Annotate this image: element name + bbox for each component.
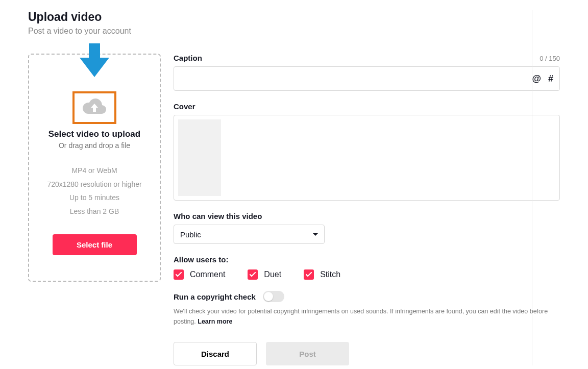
select-file-button[interactable]: Select file bbox=[53, 234, 137, 255]
hashtag-icon[interactable]: # bbox=[548, 73, 553, 84]
spec-line: Less than 2 GB bbox=[37, 205, 152, 218]
annotation-highlight-box bbox=[72, 91, 116, 124]
privacy-label: Who can view this video bbox=[174, 212, 262, 220]
cloud-upload-icon bbox=[82, 110, 107, 118]
spec-line: MP4 or WebM bbox=[37, 164, 152, 178]
copyright-label: Run a copyright check bbox=[174, 292, 256, 301]
post-button[interactable]: Post bbox=[266, 342, 349, 365]
toggle-knob bbox=[264, 292, 273, 301]
upload-subtitle: Or drag and drop a file bbox=[37, 141, 152, 150]
check-icon bbox=[248, 269, 258, 280]
copyright-toggle[interactable] bbox=[263, 291, 284, 302]
divider bbox=[532, 10, 532, 365]
checkbox-stitch[interactable]: Stitch bbox=[304, 269, 340, 280]
cover-label: Cover bbox=[174, 102, 195, 111]
spec-line: Up to 5 minutes bbox=[37, 191, 152, 205]
allow-label: Allow users to: bbox=[174, 255, 229, 264]
page-title: Upload video bbox=[28, 10, 560, 24]
caption-counter: 0 / 150 bbox=[540, 55, 560, 62]
checkbox-label: Duet bbox=[264, 270, 281, 279]
check-icon bbox=[174, 269, 184, 280]
upload-dropzone[interactable]: Select video to upload Or drag and drop … bbox=[28, 54, 161, 282]
mention-icon[interactable]: @ bbox=[532, 73, 541, 84]
learn-more-link[interactable]: Learn more bbox=[198, 318, 232, 325]
cover-thumbnail[interactable] bbox=[178, 119, 221, 196]
spec-line: 720x1280 resolution or higher bbox=[37, 178, 152, 191]
checkbox-duet[interactable]: Duet bbox=[248, 269, 281, 280]
privacy-select[interactable]: Public bbox=[174, 225, 325, 244]
upload-specs: MP4 or WebM 720x1280 resolution or highe… bbox=[37, 164, 152, 218]
discard-button[interactable]: Discard bbox=[174, 342, 257, 365]
page-subtitle: Post a video to your account bbox=[28, 27, 560, 36]
caption-label: Caption bbox=[174, 54, 202, 62]
annotation-arrow-icon bbox=[78, 43, 111, 81]
check-icon bbox=[304, 269, 314, 280]
cover-selector[interactable] bbox=[174, 115, 560, 201]
copyright-help: We'll check your video for potential cop… bbox=[174, 306, 560, 327]
checkbox-comment[interactable]: Comment bbox=[174, 269, 225, 280]
upload-title: Select video to upload bbox=[37, 129, 152, 139]
checkbox-label: Comment bbox=[190, 270, 225, 279]
checkbox-label: Stitch bbox=[320, 270, 340, 279]
caption-input[interactable] bbox=[180, 75, 532, 83]
